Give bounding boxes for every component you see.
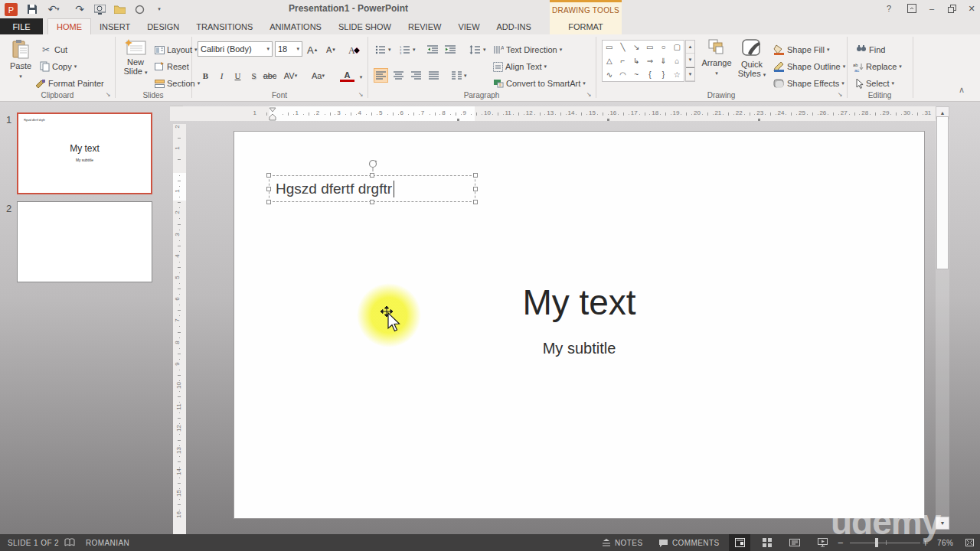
clear-formatting-button[interactable]: A	[348, 42, 360, 57]
resize-handle-e[interactable]	[473, 187, 478, 191]
slide-indicator[interactable]: SLIDE 1 OF 2	[8, 534, 59, 551]
notes-button[interactable]: NOTES	[602, 534, 642, 551]
numbering-button[interactable]: 123 ▾	[400, 42, 416, 57]
slide-canvas[interactable]: Hgszd dfertf drgftr My text My subtitle	[234, 131, 925, 519]
textbox-text[interactable]: Hgszd dfertf drgftr	[270, 181, 392, 197]
tab-animations[interactable]: ANIMATIONS	[261, 18, 330, 34]
clipboard-dialog-launcher[interactable]: ↘	[104, 91, 112, 99]
shape-star[interactable]: ☆	[670, 67, 684, 81]
text-shadow-button[interactable]: S	[247, 68, 261, 83]
language-indicator[interactable]: ROMANIAN	[86, 534, 129, 551]
font-color-dropdown[interactable]: ▾	[354, 70, 368, 84]
strikethrough-button[interactable]: abc	[263, 68, 277, 83]
comments-button[interactable]: COMMENTS	[658, 534, 720, 551]
shape-rounded-rectangle[interactable]: ▢	[670, 41, 684, 54]
shape-elbow-arrow[interactable]: ↳	[629, 54, 643, 68]
shape-arrow[interactable]: ↘	[629, 41, 643, 54]
resize-handle-sw[interactable]	[266, 200, 271, 204]
increase-indent-button[interactable]	[445, 42, 456, 57]
minimize-button[interactable]: –	[923, 2, 940, 15]
rotation-handle[interactable]	[368, 159, 378, 171]
shape-gallery-scrollbar[interactable]: ▲ ▼ ▼	[685, 40, 695, 82]
resize-handle-s[interactable]	[370, 200, 374, 204]
fit-to-window-button[interactable]	[959, 534, 980, 551]
shape-elbow[interactable]: ⌐	[616, 54, 630, 68]
shape-brace-left[interactable]: {	[643, 67, 657, 81]
align-left-button[interactable]	[374, 68, 388, 83]
text-direction-button[interactable]: A Text Direction▾	[493, 42, 562, 57]
normal-view-button[interactable]	[729, 534, 750, 551]
new-slide-button[interactable]: NewSlide ▾	[119, 39, 152, 77]
undo-button[interactable]: ↶▾	[43, 2, 64, 16]
tab-transitions[interactable]: TRANSITIONS	[188, 18, 261, 34]
shape-curve[interactable]: ~	[629, 67, 643, 81]
character-spacing-button[interactable]: AV▾	[283, 68, 298, 83]
decrease-indent-button[interactable]	[427, 42, 439, 57]
font-dialog-launcher[interactable]: ↘	[357, 91, 364, 99]
align-right-button[interactable]	[409, 68, 423, 83]
columns-button[interactable]: ▾	[452, 68, 467, 83]
bold-button[interactable]: B	[198, 68, 213, 83]
convert-smartart-button[interactable]: Convert to SmartArt▾	[493, 76, 586, 91]
resize-handle-se[interactable]	[473, 200, 478, 204]
cut-button[interactable]: ✂ Cut	[40, 42, 67, 57]
horizontal-ruler[interactable]: 1234567891011121314151617181920212223242…	[170, 106, 936, 121]
bullets-button[interactable]: ▾	[375, 42, 391, 57]
select-button[interactable]: Select▾	[856, 76, 894, 91]
touch-mode-button[interactable]	[132, 2, 147, 16]
dropdown-arrow[interactable]: ▾	[413, 47, 416, 53]
copy-button[interactable]: Copy ▾	[40, 59, 77, 74]
resize-handle-n[interactable]	[370, 173, 374, 178]
zoom-slider-track[interactable]	[850, 543, 920, 543]
slide-thumbnail-1[interactable]: Hgszd dfertf drgftr My text My subtitle	[17, 112, 152, 194]
shape-outline-button[interactable]: Shape Outline▾	[773, 59, 845, 74]
tab-design[interactable]: DESIGN	[139, 18, 188, 34]
arrange-button[interactable]: Arrange▾	[700, 39, 733, 78]
reset-button[interactable]: Reset	[155, 59, 189, 74]
start-slideshow-button[interactable]	[92, 2, 107, 16]
shape-gallery-up-icon[interactable]: ▲	[686, 41, 694, 54]
dropdown-arrow[interactable]: ▾	[899, 64, 902, 70]
shape-freeform-polygon[interactable]: ⌂	[670, 54, 684, 68]
shape-arc[interactable]: ◠	[616, 67, 630, 81]
format-painter-button[interactable]: Format Painter	[35, 76, 104, 91]
shape-scribble[interactable]: ∿	[603, 67, 616, 81]
tab-file[interactable]: FILE	[0, 18, 43, 34]
undo-dropdown-arrow[interactable]: ▾	[57, 6, 60, 12]
shrink-font-button[interactable]: A▾	[326, 42, 335, 57]
underline-button[interactable]: U	[230, 68, 245, 83]
shape-rectangle[interactable]: ▭	[643, 41, 657, 54]
shape-effects-button[interactable]: Shape Effects▾	[773, 76, 844, 91]
resize-handle-ne[interactable]	[473, 173, 478, 178]
close-button[interactable]: ✕	[963, 2, 980, 15]
tab-format[interactable]: FORMAT	[550, 18, 622, 34]
find-button[interactable]: Find	[856, 42, 885, 57]
tab-home[interactable]: HOME	[47, 18, 91, 34]
shape-block-arrow-down[interactable]: ⇓	[657, 54, 671, 68]
save-button[interactable]	[24, 2, 40, 16]
resize-handle-w[interactable]	[266, 187, 271, 191]
open-folder-button[interactable]	[112, 2, 127, 16]
quick-styles-button[interactable]: QuickStyles ▾	[735, 39, 769, 80]
drawing-dialog-launcher[interactable]: ↘	[836, 91, 844, 99]
dropdown-arrow[interactable]: ▾	[74, 64, 77, 70]
indent-marker[interactable]	[268, 107, 277, 121]
slide-title-text[interactable]: My text	[234, 282, 924, 323]
dropdown-arrow[interactable]: ▾	[483, 47, 486, 53]
line-spacing-button[interactable]: ▾	[469, 42, 486, 57]
tab-slideshow[interactable]: SLIDE SHOW	[330, 18, 400, 34]
textbox-selected[interactable]: Hgszd dfertf drgftr	[269, 175, 475, 202]
resize-handle-nw[interactable]	[266, 173, 271, 178]
tab-review[interactable]: REVIEW	[400, 18, 449, 34]
shape-brace-right[interactable]: }	[657, 67, 671, 81]
reading-view-button[interactable]	[784, 534, 805, 551]
slide-thumbnail-2[interactable]	[17, 201, 152, 282]
dropdown-arrow[interactable]: ▾	[388, 47, 391, 53]
shape-text-box[interactable]: ▭	[603, 41, 616, 54]
collapse-ribbon-button[interactable]: ∧	[959, 82, 965, 97]
shape-oval[interactable]: ○	[657, 41, 671, 54]
customize-qat-button[interactable]: ▾	[152, 2, 167, 16]
font-size-combo[interactable]: 18▾	[275, 41, 302, 57]
ribbon-display-options-button[interactable]	[903, 2, 920, 15]
tab-view[interactable]: VIEW	[449, 18, 488, 34]
